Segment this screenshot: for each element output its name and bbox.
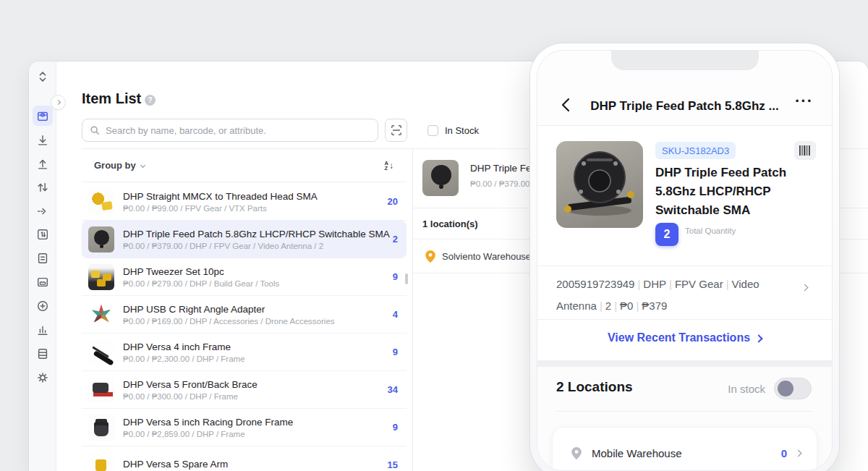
chevron-right-icon bbox=[56, 100, 61, 105]
sort-arrow-icon: ↓ bbox=[389, 161, 393, 171]
list-item[interactable]: DHP Straight MMCX to Threaded Head SMA ₱… bbox=[82, 183, 407, 221]
in-stock-toggle-label: In stock bbox=[728, 383, 765, 395]
list-item[interactable]: DHP Tweezer Set 10pc ₱0.00 / ₱279.00 / D… bbox=[82, 258, 407, 296]
database-icon[interactable] bbox=[36, 347, 49, 360]
sidebar-expand-button[interactable] bbox=[51, 95, 66, 110]
chevron-right-icon bbox=[795, 449, 802, 457]
item-name: DHP USB C Right Angle Adapter bbox=[123, 304, 393, 315]
phone-header: DHP Triple Feed Patch 5.8Ghz ... ··· bbox=[537, 70, 832, 126]
location-pin-icon bbox=[571, 447, 582, 459]
scan-icon bbox=[391, 124, 402, 136]
locations-section: 2 Locations In stock Mobile Warehouse 0 bbox=[537, 367, 832, 470]
location-pin-icon bbox=[425, 250, 435, 263]
view-transactions-link[interactable]: View Recent Transactions bbox=[537, 331, 832, 344]
transfer-icon[interactable] bbox=[36, 181, 49, 194]
item-thumbnail bbox=[88, 302, 114, 328]
help-icon[interactable]: ? bbox=[145, 95, 156, 106]
product-card: SKU-JS182AD3 DHP Triple Feed Patch 5.8Gh… bbox=[537, 126, 832, 360]
item-attributes: ₱0.00 / ₱279.00 / DHP / Build Gear / Too… bbox=[123, 279, 393, 288]
list-item[interactable]: DHP Versa 5 Front/Back Brace ₱0.00 / ₱30… bbox=[82, 371, 407, 409]
more-menu-button[interactable]: ··· bbox=[795, 92, 813, 111]
list-item-selected[interactable]: DHP Triple Feed Patch 5.8Ghz LHCP/RHCP S… bbox=[82, 221, 407, 258]
item-attributes: ₱0.00 / ₱2,300.00 / DHP / Frame bbox=[123, 355, 393, 363]
collapse-vertical-icon[interactable] bbox=[36, 70, 49, 83]
item-name: DHP Straight MMCX to Threaded Head SMA bbox=[123, 191, 388, 202]
barcode-scan-button[interactable] bbox=[385, 119, 407, 142]
section-gap bbox=[537, 360, 832, 367]
item-attributes: ₱0.00 / ₱300.00 / DHP / Frame bbox=[123, 392, 388, 401]
location-name: Mobile Warehouse bbox=[592, 447, 781, 459]
location-quantity: 0 bbox=[781, 447, 787, 459]
list-item[interactable]: DHP Versa 5 inch Racing Drone Frame ₱0.0… bbox=[82, 409, 407, 446]
location-card[interactable]: Mobile Warehouse 0 bbox=[552, 427, 817, 471]
locations-count: 1 location(s) bbox=[422, 218, 478, 229]
item-attributes: ₱0.00 / ₱99.00 / FPV Gear / VTX Parts bbox=[123, 204, 388, 213]
item-name: DHP Versa 5 Front/Back Brace bbox=[123, 379, 388, 390]
total-quantity-label: Total Quantity bbox=[685, 226, 736, 235]
location-row[interactable]: Mobile Warehouse 0 bbox=[553, 441, 817, 465]
sku-badge: SKU-JS182AD3 bbox=[655, 142, 736, 159]
barcode-icon bbox=[799, 145, 811, 156]
item-name: DHP Versa 5 Spare Arm bbox=[123, 459, 388, 470]
item-quantity: 15 bbox=[388, 459, 398, 470]
item-quantity: 9 bbox=[393, 347, 398, 357]
sidebar bbox=[29, 61, 56, 471]
card-view-icon[interactable] bbox=[36, 276, 49, 289]
item-thumbnail bbox=[88, 377, 114, 403]
product-attributes[interactable]: 2005919723949|DHP|FPV Gear|Video Antenna… bbox=[556, 273, 798, 317]
chevron-down-icon bbox=[140, 163, 145, 168]
toggle-knob bbox=[778, 381, 793, 396]
locations-heading: 2 Locations bbox=[556, 379, 633, 395]
in-stock-checkbox[interactable] bbox=[427, 125, 438, 136]
item-thumbnail bbox=[88, 226, 114, 253]
in-stock-filter[interactable]: In Stock bbox=[427, 125, 479, 136]
chevron-left-icon bbox=[558, 96, 575, 114]
divider bbox=[556, 411, 813, 412]
in-stock-toggle[interactable] bbox=[774, 378, 812, 399]
location-name: Solviento Warehouse bbox=[442, 251, 531, 262]
list-item[interactable]: DHP Versa 4 inch Frame ₱0.00 / ₱2,300.00… bbox=[82, 334, 407, 371]
analytics-icon[interactable] bbox=[36, 323, 49, 336]
move-out-icon[interactable] bbox=[36, 205, 49, 218]
items-icon[interactable] bbox=[36, 109, 49, 122]
phone-screen: DHP Triple Feed Patch 5.8Ghz ... ··· bbox=[537, 50, 833, 471]
add-circle-icon[interactable] bbox=[36, 300, 49, 313]
item-name: DHP Versa 4 inch Frame bbox=[123, 341, 393, 352]
adjust-quantity-icon[interactable] bbox=[36, 228, 49, 241]
import-icon[interactable] bbox=[36, 134, 49, 147]
item-thumbnail bbox=[88, 415, 114, 441]
group-by-dropdown[interactable]: Group by bbox=[94, 160, 145, 171]
screenshot-stage: Item List ? In Stock Group by AZ ↓ bbox=[0, 0, 868, 471]
notes-icon[interactable] bbox=[36, 252, 49, 265]
item-attributes: ₱0.00 / ₱169.00 / DHP / Accessories / Dr… bbox=[123, 317, 393, 326]
list-item[interactable]: DHP Versa 5 Spare Arm 15 bbox=[82, 446, 407, 471]
total-quantity-badge: 2 bbox=[655, 223, 678, 246]
search-input[interactable] bbox=[106, 125, 370, 136]
item-thumbnail bbox=[422, 160, 459, 196]
item-quantity: 20 bbox=[388, 196, 398, 207]
item-quantity: 9 bbox=[393, 422, 398, 433]
export-icon[interactable] bbox=[36, 158, 49, 171]
item-thumbnail bbox=[88, 452, 114, 471]
barcode-button[interactable] bbox=[794, 141, 816, 160]
settings-icon[interactable] bbox=[36, 371, 49, 384]
group-by-row: Group by AZ ↓ bbox=[82, 149, 407, 182]
search-box bbox=[82, 119, 378, 142]
product-image bbox=[556, 141, 643, 228]
list-item[interactable]: DHP USB C Right Angle Adapter ₱0.00 / ₱1… bbox=[82, 296, 407, 334]
item-quantity: 34 bbox=[388, 384, 398, 395]
search-icon bbox=[90, 125, 100, 135]
scrollbar-thumb[interactable] bbox=[405, 273, 408, 284]
back-button[interactable] bbox=[558, 96, 575, 114]
product-title: DHP Triple Feed Patch 5.8Ghz LHCP/RHCP S… bbox=[655, 164, 823, 220]
item-name: DHP Tweezer Set 10pc bbox=[123, 266, 393, 277]
item-thumbnail bbox=[88, 189, 114, 215]
item-attributes: ₱0.00 / ₱379.00 / bbox=[470, 179, 535, 188]
phone-mockup: DHP Triple Feed Patch 5.8Ghz ... ··· bbox=[530, 43, 839, 471]
phone-page-title: DHP Triple Feed Patch 5.8Ghz ... bbox=[581, 99, 788, 114]
sort-button[interactable]: AZ ↓ bbox=[385, 161, 393, 171]
item-quantity: 9 bbox=[393, 271, 398, 282]
chevron-right-icon bbox=[754, 334, 762, 342]
item-attributes: ₱0.00 / ₱379.00 / DHP / FPV Gear / Video… bbox=[123, 242, 393, 250]
item-thumbnail bbox=[88, 264, 114, 290]
